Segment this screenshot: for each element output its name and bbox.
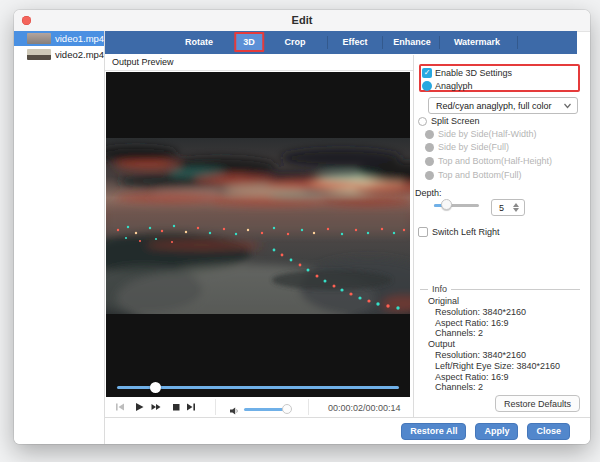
preview-divider [105, 70, 413, 71]
info-line: Channels: 2 [428, 328, 560, 339]
tab-rotate[interactable]: Rotate [185, 31, 213, 54]
stop-icon [170, 401, 182, 413]
split-option-radio [425, 171, 434, 180]
stop-button[interactable] [170, 401, 182, 413]
checkmark-icon: ✓ [424, 68, 431, 77]
video-filename: video2.mp4 [55, 49, 104, 60]
depth-label: Depth: [415, 188, 442, 198]
video-preview-area [106, 72, 410, 397]
apply-button[interactable]: Apply [475, 423, 518, 440]
info-line: Channels: 2 [428, 382, 560, 393]
anaglyph-mode-select[interactable]: Red/cyan anaglyph, full color [428, 97, 578, 114]
restore-all-button[interactable]: Restore All [401, 423, 466, 440]
tab-bar: Rotate 3D Crop Effect Enhance Watermark [105, 31, 577, 54]
video-list-item[interactable]: video2.mp4 [14, 47, 104, 62]
tab-separator [327, 36, 328, 49]
tab-3d[interactable]: 3D [234, 32, 264, 52]
video-filename: video1.mp4 [55, 33, 104, 44]
enable-3d-label: Enable 3D Settings [435, 68, 512, 78]
switch-left-right-checkbox[interactable] [418, 227, 428, 237]
chevron-down-icon [563, 103, 572, 109]
play-button[interactable] [133, 401, 145, 413]
next-frame-button[interactable] [185, 401, 197, 413]
stepper-up-icon[interactable] [513, 203, 519, 207]
split-option-label: Side by Side(Half-Width) [438, 129, 537, 139]
output-preview-label: Output Preview [112, 57, 174, 67]
fast-forward-button[interactable] [150, 401, 162, 413]
info-line: Left/Right Eye Size: 3840*2160 [428, 361, 560, 372]
transport-separator [215, 399, 216, 415]
tab-separator [517, 36, 518, 49]
split-option-label: Top and Bottom(Full) [438, 170, 522, 180]
tab-effect[interactable]: Effect [342, 31, 367, 54]
anaglyph-radio[interactable] [422, 81, 432, 91]
video-thumbnail [27, 33, 51, 44]
seek-thumb[interactable] [150, 382, 161, 393]
playback-bar: 00:00:02/00:00:14 [105, 397, 413, 417]
info-title: Info [432, 284, 447, 294]
next-frame-icon [185, 401, 197, 413]
enable-3d-checkbox[interactable]: ✓ [422, 68, 432, 78]
depth-value: 5 [499, 203, 504, 213]
transport-separator [308, 399, 309, 415]
previous-frame-button[interactable] [114, 401, 126, 413]
video-frame [106, 138, 410, 314]
video-thumbnail [27, 49, 51, 60]
info-line: Aspect Ratio: 16:9 [428, 318, 560, 329]
split-option-radio [425, 143, 434, 152]
depth-slider-thumb[interactable] [441, 199, 452, 210]
info-line: Aspect Ratio: 16:9 [428, 372, 560, 383]
previous-frame-icon [114, 401, 126, 413]
legend-line [451, 289, 580, 290]
window-title: Edit [14, 14, 590, 26]
video-list: video1.mp4 video2.mp4 [14, 31, 105, 444]
tab-crop[interactable]: Crop [285, 31, 306, 54]
original-title: Original [428, 296, 560, 307]
screen-background: Edit video1.mp4 video2.mp4 Rotate 3D Cro… [0, 0, 600, 462]
split-screen-radio[interactable] [418, 117, 427, 126]
time-display: 00:00:02/00:00:14 [328, 403, 401, 413]
video-list-item[interactable]: video1.mp4 [14, 31, 104, 46]
switch-left-right-label: Switch Left Right [432, 227, 500, 237]
split-option-label: Top and Bottom(Half-Height) [438, 156, 552, 166]
fast-forward-icon [150, 401, 162, 413]
tab-separator [439, 36, 440, 49]
split-screen-label: Split Screen [431, 116, 480, 126]
restore-defaults-button[interactable]: Restore Defaults [495, 395, 580, 412]
split-option-radio [425, 157, 434, 166]
output-title: Output [428, 339, 560, 350]
split-option-radio [425, 130, 434, 139]
anaglyph-label: Anaglyph [435, 81, 473, 91]
play-icon [133, 401, 145, 413]
titlebar: Edit [14, 10, 590, 32]
depth-stepper[interactable]: 5 [491, 199, 525, 216]
edit-dialog: Edit video1.mp4 video2.mp4 Rotate 3D Cro… [14, 10, 590, 444]
anaglyph-mode-value: Red/cyan anaglyph, full color [429, 101, 563, 111]
volume-thumb[interactable] [282, 404, 292, 414]
info-block: Original Resolution: 3840*2160 Aspect Ra… [428, 296, 560, 393]
close-button[interactable]: Close [527, 423, 570, 440]
settings-panel: ✓ Enable 3D Settings Anaglyph Red/cyan a… [413, 55, 590, 417]
info-line: Resolution: 3840*2160 [428, 307, 560, 318]
legend-line [420, 289, 428, 290]
info-legend: Info [420, 284, 580, 294]
split-option-label: Side by Side(Full) [438, 142, 509, 152]
tab-enhance[interactable]: Enhance [393, 31, 431, 54]
info-line: Resolution: 3840*2160 [428, 350, 560, 361]
footer-bar: Restore All Apply Close [105, 417, 590, 444]
tab-separator [382, 36, 383, 49]
stepper-down-icon[interactable] [513, 208, 519, 212]
tab-watermark[interactable]: Watermark [454, 31, 500, 54]
